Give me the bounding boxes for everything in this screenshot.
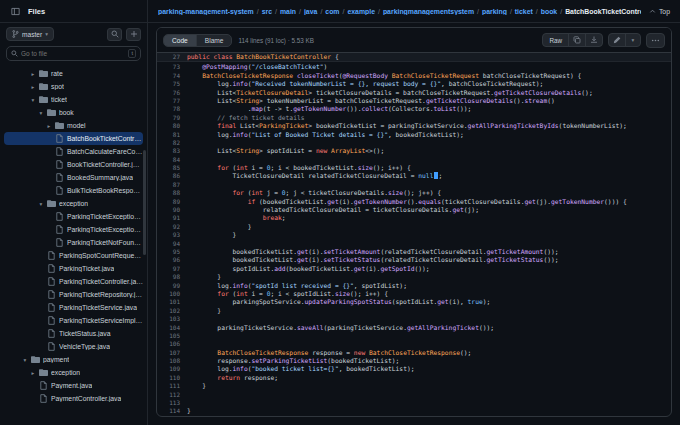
tree-item-bookticketcontroller-java[interactable]: BookTicketController.java [4,158,143,171]
tree-item-exception[interactable]: ▾exception [4,197,143,210]
tree-item-ticketstatus-java[interactable]: TicketStatus.java [4,327,143,340]
sidebar-scrollbar[interactable] [143,150,146,255]
back-to-top-link[interactable]: Top [641,8,670,15]
line-number[interactable]: 79 [157,114,187,122]
line-number[interactable]: 89 [157,198,187,206]
breadcrumb-segment[interactable]: java [304,8,317,15]
code-blame-toggle: Code Blame [163,34,232,47]
go-to-file-input[interactable] [21,50,125,57]
line-number[interactable]: 92 [157,223,187,231]
line-number[interactable]: 108 [157,357,187,365]
line-number[interactable]: 90 [157,206,187,214]
tree-item-parkingticketnotfoundex-[interactable]: ParkingTicketNotFoundEx... [4,236,143,249]
breadcrumb-segment[interactable]: main [280,8,296,15]
more-options-icon[interactable] [646,33,665,48]
search-icon[interactable] [107,28,122,41]
line-number[interactable]: 107 [157,349,187,357]
branch-selector[interactable]: master ▾ [6,27,54,41]
tree-item-book[interactable]: ▾book [4,106,143,119]
line-number[interactable]: 78 [157,105,187,113]
line-number[interactable]: 100 [157,290,187,298]
line-number[interactable]: 97 [157,265,187,273]
tree-item-parkingticketexceptionha-[interactable]: ParkingTicketExceptionHa... [4,223,143,236]
breadcrumb-segment[interactable]: example [347,8,375,15]
tree-item-payment[interactable]: ▾payment [4,353,143,366]
breadcrumb-segment[interactable]: src [262,8,272,15]
code-tab[interactable]: Code [164,35,196,46]
code-text: BatchCloseTicketResponse response = new … [187,349,471,357]
tree-item-parkingticketcontroller-java[interactable]: ParkingTicketController.java [4,275,143,288]
breadcrumb-segment[interactable]: parking [482,8,507,15]
breadcrumb-segment[interactable]: ticket [515,8,533,15]
tree-item-parkingticketservice-java[interactable]: ParkingTicketService.java [4,301,143,314]
tree-item-spot[interactable]: ▸spot [4,80,143,93]
line-number[interactable]: 106 [157,340,187,348]
breadcrumb-segment[interactable]: parkingmanagementsystem [383,8,474,15]
tree-item-batchbookticketcontroller-[interactable]: BatchBookTicketController... [4,132,143,145]
line-number[interactable]: 73 [157,63,187,71]
line-number[interactable]: 109 [157,365,187,373]
line-number[interactable]: 75 [157,80,187,88]
collapse-sidebar-icon[interactable] [8,5,23,18]
line-number[interactable]: 85 [157,164,187,172]
tree-item-parkingticketrepository-java[interactable]: ParkingTicketRepository.java [4,288,143,301]
tree-item-parkingticket-java[interactable]: ParkingTicket.java [4,262,143,275]
line-number[interactable]: 114 [157,407,187,415]
breadcrumb-repo-link[interactable]: parking-management-system [158,8,254,15]
line-number[interactable]: 98 [157,273,187,281]
line-number[interactable]: 94 [157,240,187,248]
line-number[interactable]: 95 [157,248,187,256]
tree-item-payment-java[interactable]: Payment.java [4,379,143,392]
tree-item-bookedsummary-java[interactable]: BookedSummary.java [4,171,143,184]
line-number[interactable]: 88 [157,189,187,197]
breadcrumb-segment[interactable]: book [541,8,557,15]
line-number[interactable]: 81 [157,131,187,139]
tree-item-parkingspotcountrequest-j-[interactable]: ParkingSpotCountRequest.j... [4,249,143,262]
code-text: for (int i = 0; i < spotIdList.size(); i… [187,290,388,298]
go-to-file-box[interactable]: t [6,46,141,61]
line-number[interactable]: 113 [157,399,187,407]
tree-item-vehicletype-java[interactable]: VehicleType.java [4,340,143,353]
line-number[interactable]: 111 [157,382,187,390]
code-text: response.setParkingTicketList(bookedTick… [187,357,399,365]
line-number[interactable]: 101 [157,298,187,306]
tree-item-bulkticketbookresponse-j-[interactable]: BulkTicketBookResponse.j... [4,184,143,197]
line-number[interactable]: 104 [157,324,187,332]
raw-button[interactable]: Raw [543,34,568,46]
line-number[interactable]: 112 [157,391,187,399]
line-number[interactable]: 99 [157,282,187,290]
line-number[interactable]: 110 [157,374,187,382]
line-number[interactable]: 84 [157,156,187,164]
line-number[interactable]: 96 [157,256,187,264]
tree-item-batchcalculatefarecontroll-[interactable]: BatchCalculateFareControll... [4,145,143,158]
add-file-icon[interactable] [126,28,141,41]
edit-dropdown-caret[interactable]: ▾ [625,34,640,46]
tree-item-parkingticketexception-java[interactable]: ParkingTicketException.java [4,210,143,223]
line-number[interactable]: 86 [157,172,187,180]
line-number[interactable]: 76 [157,89,187,97]
tree-item-rate[interactable]: ▸rate [4,67,143,80]
tree-item-model[interactable]: ▸model [4,119,143,132]
tree-item-paymentcontroller-java[interactable]: PaymentController.java [4,392,143,405]
copy-icon[interactable] [568,34,585,46]
edit-icon[interactable] [609,34,625,46]
line-number[interactable]: 77 [157,97,187,105]
breadcrumb-segment[interactable]: com [325,8,339,15]
line-number[interactable]: 103 [157,315,187,323]
line-number[interactable]: 27 [157,53,187,61]
line-number[interactable]: 74 [157,72,187,80]
tree-item-ticket[interactable]: ▾ticket [4,93,143,106]
line-number[interactable]: 82 [157,139,187,147]
line-number[interactable]: 91 [157,214,187,222]
tree-item-parkingticketserviceimpl-ja-[interactable]: ParkingTicketServiceImpl.ja... [4,314,143,327]
line-number[interactable]: 87 [157,181,187,189]
line-number[interactable]: 102 [157,307,187,315]
line-number[interactable]: 93 [157,231,187,239]
download-icon[interactable] [585,34,602,46]
blame-tab[interactable]: Blame [196,35,232,46]
line-number[interactable]: 83 [157,147,187,155]
line-number[interactable]: 80 [157,122,187,130]
tree-item-exception[interactable]: ▸exception [4,366,143,379]
branch-icon [12,30,19,38]
line-number[interactable]: 105 [157,332,187,340]
